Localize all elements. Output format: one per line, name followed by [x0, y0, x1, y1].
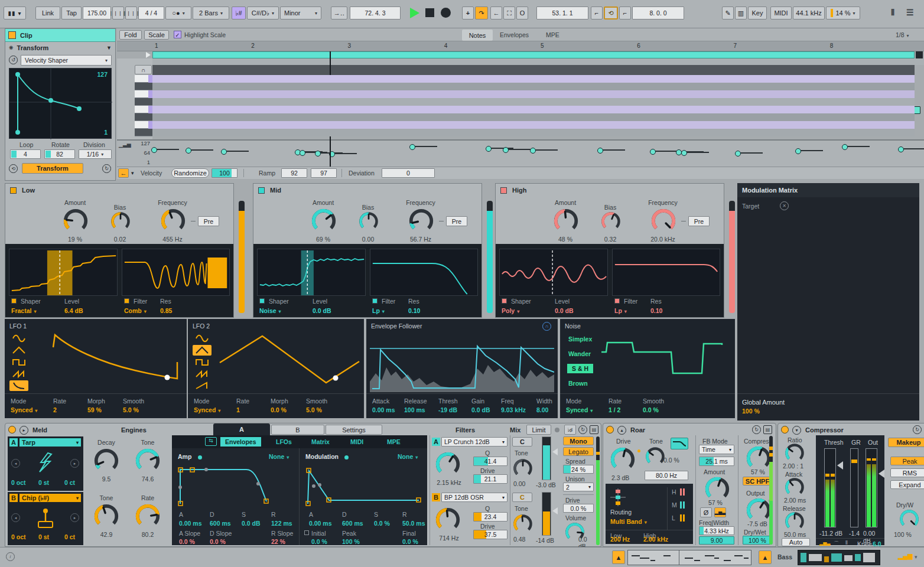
ramp-from-field[interactable]: 92: [281, 168, 307, 178]
filter-b-freq-knob[interactable]: [434, 506, 461, 535]
info-icon[interactable]: i: [6, 552, 15, 561]
timeline-ruler[interactable]: [117, 41, 924, 51]
band-freq-knob[interactable]: [650, 207, 677, 236]
tool-cycle-icon[interactable]: ↺: [9, 56, 18, 64]
scale-button[interactable]: Scale: [144, 30, 169, 40]
amp-a-value[interactable]: 0.00 ms: [179, 520, 202, 527]
clip-overview[interactable]: [627, 550, 751, 565]
expand-button[interactable]: Expand: [890, 480, 924, 489]
time-signature-field[interactable]: 4 / 4: [138, 6, 164, 19]
amp-r-value[interactable]: 122 ms: [271, 520, 292, 527]
fb-mode-menu[interactable]: Time▾: [699, 445, 734, 454]
roar-output-value[interactable]: -7.5 dB: [747, 520, 767, 527]
engine-a-oct[interactable]: 0 oct: [11, 479, 26, 486]
lane-collapse-icon[interactable]: ←: [118, 168, 129, 178]
fb-width-field[interactable]: 9.00: [699, 536, 734, 545]
fb-phase-button[interactable]: Ø: [700, 507, 712, 517]
unison-menu[interactable]: 2▾: [563, 483, 594, 491]
res-value[interactable]: 0.10: [408, 307, 420, 314]
amp-d-value[interactable]: 600 ms: [210, 520, 231, 527]
mod-initial-checkbox[interactable]: [304, 530, 309, 535]
mod-a-value[interactable]: 0.00 ms: [309, 520, 332, 527]
envf-width-value[interactable]: 8.00: [536, 406, 548, 413]
randomize-button[interactable]: Randomize: [171, 168, 209, 178]
automation-arm-icon[interactable]: O: [516, 6, 528, 19]
ramp-to-field[interactable]: 97: [311, 168, 337, 178]
record-button[interactable]: [441, 8, 451, 18]
quantize-menu[interactable]: 2 Bars: [193, 6, 229, 19]
band-amount-knob[interactable]: [552, 207, 580, 236]
clip-activator-led[interactable]: [8, 31, 16, 39]
limit-led[interactable]: [555, 428, 559, 432]
noise-display[interactable]: [598, 328, 731, 392]
attack-value[interactable]: 2.00 ms: [784, 497, 806, 504]
device-chain-overview[interactable]: [798, 550, 880, 565]
lfo1-waveform-display[interactable]: [33, 328, 183, 392]
envf-display[interactable]: [370, 332, 554, 392]
roar-hot-swap-icon[interactable]: ↻: [752, 425, 761, 434]
velocity-shaper-display[interactable]: 127 1: [9, 68, 112, 139]
fold-button[interactable]: Fold: [119, 30, 142, 40]
filter-a-freq-value[interactable]: 2.15 kHz: [431, 479, 467, 486]
engine-a-tone-value[interactable]: 74.6: [133, 475, 162, 483]
amp-s-value[interactable]: 0.0 dB: [242, 520, 261, 527]
meld-tab-a[interactable]: A: [213, 423, 270, 435]
mix-a-tone-knob[interactable]: [512, 458, 533, 480]
mix-a-tone-value[interactable]: 0.00: [513, 480, 525, 487]
band-freq-value[interactable]: 455 Hz: [152, 236, 193, 243]
band-freq-knob[interactable]: [408, 207, 435, 236]
transform-section-header[interactable]: ❋Transform ▼: [5, 42, 115, 54]
mix-a-level-value[interactable]: -3.0 dB: [536, 481, 556, 488]
velocity-marker[interactable]: [898, 146, 904, 152]
lfo-shape-tri-icon[interactable]: [9, 345, 28, 356]
transform-tool-menu[interactable]: Velocity Shaper: [21, 55, 112, 66]
comp-activator-led[interactable]: [781, 426, 789, 434]
thresh-handle[interactable]: [837, 461, 843, 470]
mix-b-meter[interactable]: [542, 492, 551, 536]
auto-release-button[interactable]: Auto: [782, 538, 810, 546]
band-shaper-display[interactable]: [257, 249, 366, 296]
envf-listen-headphone-icon[interactable]: ∩: [542, 322, 551, 331]
filter-type-menu[interactable]: Comb: [124, 307, 147, 314]
filter-b-q-field[interactable]: 23.4: [473, 512, 507, 522]
loop-count-field[interactable]: 4: [10, 149, 41, 159]
root-note-menu[interactable]: C#/D♭: [247, 6, 279, 19]
engine-a-st[interactable]: 0 st: [38, 479, 49, 486]
clip-tab[interactable]: Clip: [5, 29, 115, 42]
subtab-envelopes[interactable]: Envelopes: [220, 437, 261, 447]
piano-key[interactable]: [135, 129, 152, 136]
lfo2-morph-value[interactable]: 0.0 %: [271, 406, 287, 413]
velocity-lane-icon[interactable]: ▁▃▅: [119, 142, 131, 148]
velocity-lane[interactable]: [117, 139, 924, 167]
engine-b-st[interactable]: 0 st: [38, 533, 49, 540]
level-value[interactable]: 0.0 dB: [555, 307, 574, 314]
randomize-amount-field[interactable]: 100: [212, 168, 237, 178]
attack-knob[interactable]: [784, 477, 805, 499]
noise-option-brown[interactable]: Brown: [568, 380, 588, 387]
lfo2-waveform-display[interactable]: [216, 328, 360, 392]
amp-aslope-value[interactable]: 0.0 %: [179, 538, 195, 545]
shaper-enable-led[interactable]: [259, 298, 265, 304]
level-value[interactable]: 0.0 dB: [313, 307, 331, 314]
sc-hpf-button[interactable]: SC HPF: [743, 477, 772, 485]
deviation-field[interactable]: 0: [382, 168, 435, 178]
band-amount-value[interactable]: 48 %: [548, 236, 583, 243]
comp-drywet-knob[interactable]: [899, 509, 920, 531]
band-shaper-display[interactable]: [499, 249, 608, 296]
mix-a-crossfade-button[interactable]: C: [512, 437, 532, 447]
mix-b-tone-knob[interactable]: [512, 513, 533, 536]
makeup-button[interactable]: Makeup: [888, 438, 924, 447]
envf-release-value[interactable]: 100 ms: [404, 406, 425, 413]
noise-rate-value[interactable]: 1 / 2: [609, 406, 620, 413]
division-menu[interactable]: 1/16: [79, 149, 112, 159]
subtab-lfos[interactable]: LFOs: [276, 438, 292, 445]
lfo2-mode-value[interactable]: Synced: [194, 406, 220, 413]
out-meter[interactable]: [866, 448, 877, 527]
band-bias-knob[interactable]: [600, 211, 622, 233]
roar-drive-value[interactable]: 2.3 dB: [611, 474, 629, 481]
preview-headphone-icon[interactable]: ∩: [135, 65, 152, 74]
noise-smooth-value[interactable]: 0.0 %: [643, 406, 659, 413]
freq-view-icon[interactable]: ⫴: [845, 540, 848, 546]
engine-b-rate-knob[interactable]: [134, 503, 161, 531]
filter-type-menu[interactable]: Lp: [614, 307, 627, 314]
